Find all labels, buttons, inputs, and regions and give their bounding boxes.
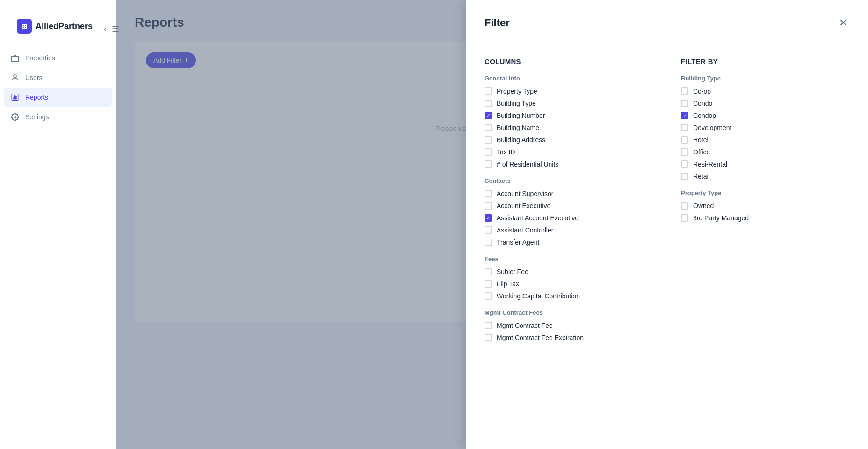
checkbox-account-executive-box[interactable] bbox=[485, 202, 492, 210]
checkbox-property-type-label: Property Type bbox=[497, 87, 537, 95]
filter-by-heading: Filter By bbox=[681, 58, 849, 65]
checkbox-assistant-controller-box[interactable] bbox=[485, 226, 492, 234]
filter-by-section: Filter By Building Type Co-op Condo Cond… bbox=[681, 58, 849, 346]
checkbox-account-supervisor-box[interactable] bbox=[485, 190, 492, 197]
checkbox-mgmt-contract-fee[interactable]: Mgmt Contract Fee bbox=[485, 322, 653, 329]
filter-condop[interactable]: Condop bbox=[681, 112, 849, 119]
filter-hotel-box[interactable] bbox=[681, 136, 688, 144]
checkbox-building-name-label: Building Name bbox=[497, 124, 539, 131]
checkbox-residential-units-box[interactable] bbox=[485, 160, 492, 168]
reports-icon bbox=[10, 93, 20, 102]
checkbox-property-type[interactable]: Property Type bbox=[485, 87, 653, 95]
checkbox-building-name[interactable]: Building Name bbox=[485, 124, 653, 131]
filter-office[interactable]: Office bbox=[681, 148, 849, 156]
sidebar-item-users-label: Users bbox=[25, 74, 43, 81]
checkbox-working-capital[interactable]: Working Capital Contribution bbox=[485, 292, 653, 300]
app-name: AlliedPartners bbox=[36, 22, 93, 31]
checkbox-working-capital-box[interactable] bbox=[485, 292, 492, 300]
filter-office-box[interactable] bbox=[681, 148, 688, 156]
checkbox-account-executive[interactable]: Account Executive bbox=[485, 202, 653, 210]
checkbox-assistant-account-executive-label: Assistant Account Executive bbox=[497, 214, 579, 222]
filter-third-party-box[interactable] bbox=[681, 214, 688, 222]
checkbox-account-supervisor[interactable]: Account Supervisor bbox=[485, 190, 653, 197]
filter-panel: Filter ✕ Columns General Info Property T… bbox=[466, 0, 868, 449]
checkbox-sublet-fee[interactable]: Sublet Fee bbox=[485, 268, 653, 275]
checkbox-transfer-agent-box[interactable] bbox=[485, 239, 492, 246]
checkbox-assistant-controller[interactable]: Assistant Controller bbox=[485, 226, 653, 234]
back-button[interactable]: ‹ bbox=[102, 22, 108, 36]
checkbox-sublet-fee-label: Sublet Fee bbox=[497, 268, 528, 275]
checkbox-tax-id-box[interactable] bbox=[485, 148, 492, 156]
filter-hotel[interactable]: Hotel bbox=[681, 136, 849, 144]
filter-condo[interactable]: Condo bbox=[681, 100, 849, 107]
checkbox-flip-tax[interactable]: Flip Tax bbox=[485, 280, 653, 288]
sidebar-item-reports-label: Reports bbox=[25, 94, 48, 101]
sidebar: ⊞ AlliedPartners ‹ ☰ Properties Users bbox=[0, 0, 116, 449]
checkbox-working-capital-label: Working Capital Contribution bbox=[497, 292, 580, 300]
filter-third-party[interactable]: 3rd Party Managed bbox=[681, 214, 849, 222]
checkbox-assistant-account-executive-box[interactable] bbox=[485, 214, 492, 222]
columns-heading: Columns bbox=[485, 58, 653, 65]
checkbox-transfer-agent[interactable]: Transfer Agent bbox=[485, 239, 653, 246]
checkbox-assistant-account-executive[interactable]: Assistant Account Executive bbox=[485, 214, 653, 222]
filter-resi-rental-label: Resi-Rental bbox=[693, 160, 727, 168]
checkbox-flip-tax-box[interactable] bbox=[485, 280, 492, 288]
filter-retail-box[interactable] bbox=[681, 173, 688, 180]
checkbox-account-supervisor-label: Account Supervisor bbox=[497, 190, 553, 197]
checkbox-building-address-label: Building Address bbox=[497, 136, 545, 144]
general-info-label: General Info bbox=[485, 75, 653, 82]
checkbox-mgmt-contract-fee-expiration-box[interactable] bbox=[485, 334, 492, 341]
filter-retail[interactable]: Retail bbox=[681, 173, 849, 180]
filter-owned-label: Owned bbox=[693, 202, 714, 210]
users-icon bbox=[10, 73, 20, 82]
checkbox-building-name-box[interactable] bbox=[485, 124, 492, 131]
filter-office-label: Office bbox=[693, 148, 710, 156]
sidebar-item-settings[interactable]: Settings bbox=[4, 108, 112, 126]
checkbox-tax-id[interactable]: Tax ID bbox=[485, 148, 653, 156]
property-type-filter-label: Property Type bbox=[681, 189, 849, 196]
filter-owned[interactable]: Owned bbox=[681, 202, 849, 210]
filter-development-label: Development bbox=[693, 124, 732, 131]
checkbox-mgmt-contract-fee-expiration[interactable]: Mgmt Contract Fee Expiration bbox=[485, 334, 653, 341]
app-logo: ⊞ AlliedPartners bbox=[7, 13, 102, 45]
filter-hotel-label: Hotel bbox=[693, 136, 709, 144]
filter-divider bbox=[485, 44, 849, 44]
columns-section: Columns General Info Property Type Build… bbox=[485, 58, 653, 346]
checkbox-building-type-box[interactable] bbox=[485, 100, 492, 107]
checkbox-residential-units[interactable]: # of Residential Units bbox=[485, 160, 653, 168]
contacts-label: Contacts bbox=[485, 177, 653, 184]
filter-coop-box[interactable] bbox=[681, 87, 688, 95]
sidebar-item-reports[interactable]: Reports bbox=[4, 88, 112, 107]
logo-icon: ⊞ bbox=[17, 19, 32, 34]
checkbox-building-number[interactable]: Building Number bbox=[485, 112, 653, 119]
checkbox-building-address-box[interactable] bbox=[485, 136, 492, 144]
sidebar-nav: Properties Users Reports bbox=[0, 49, 116, 126]
filter-development[interactable]: Development bbox=[681, 124, 849, 131]
checkbox-flip-tax-label: Flip Tax bbox=[497, 280, 519, 288]
checkbox-sublet-fee-box[interactable] bbox=[485, 268, 492, 275]
building-type-filter-label: Building Type bbox=[681, 75, 849, 82]
filter-owned-box[interactable] bbox=[681, 202, 688, 210]
checkbox-transfer-agent-label: Transfer Agent bbox=[497, 239, 539, 246]
filter-retail-label: Retail bbox=[693, 173, 710, 180]
filter-resi-rental-box[interactable] bbox=[681, 160, 688, 168]
checkbox-assistant-controller-label: Assistant Controller bbox=[497, 226, 553, 234]
checkbox-building-number-box[interactable] bbox=[485, 112, 492, 119]
sidebar-item-users[interactable]: Users bbox=[4, 68, 112, 87]
checkbox-building-type[interactable]: Building Type bbox=[485, 100, 653, 107]
filter-coop[interactable]: Co-op bbox=[681, 87, 849, 95]
svg-point-1 bbox=[14, 75, 16, 78]
settings-icon bbox=[10, 112, 20, 122]
filter-development-box[interactable] bbox=[681, 124, 688, 131]
checkbox-building-address[interactable]: Building Address bbox=[485, 136, 653, 144]
close-button[interactable]: ✕ bbox=[837, 15, 849, 31]
sidebar-item-settings-label: Settings bbox=[25, 113, 49, 121]
filter-resi-rental[interactable]: Resi-Rental bbox=[681, 160, 849, 168]
checkbox-mgmt-contract-fee-box[interactable] bbox=[485, 322, 492, 329]
filter-condo-box[interactable] bbox=[681, 100, 688, 107]
filter-condop-box[interactable] bbox=[681, 112, 688, 119]
sidebar-header: ⊞ AlliedPartners ‹ ☰ bbox=[0, 7, 116, 49]
filter-title: Filter bbox=[485, 17, 510, 29]
sidebar-item-properties[interactable]: Properties bbox=[4, 49, 112, 67]
checkbox-property-type-box[interactable] bbox=[485, 87, 492, 95]
